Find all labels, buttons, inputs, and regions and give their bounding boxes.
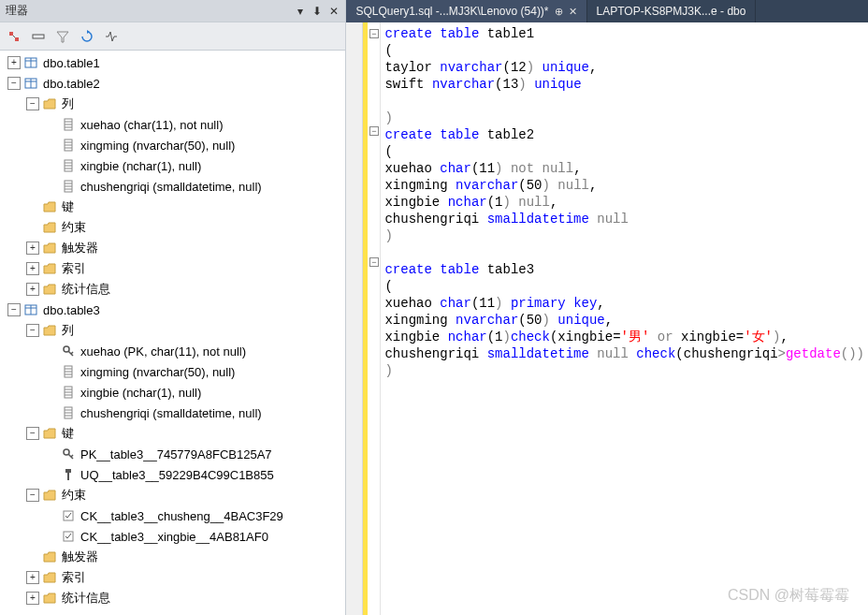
code-line[interactable]: xingbie nchar(1) null, [384,194,864,211]
tree-item[interactable]: xuehao (PK, char(11), not null) [0,341,345,361]
tree-item-label: UQ__table3__59229B4C99C1B855 [80,468,274,482]
tree-item-label: 约束 [62,219,86,236]
expander-icon[interactable]: + [26,262,39,275]
tree-item[interactable]: xingbie (nchar(1), null) [0,155,345,176]
tree-item[interactable]: −dbo.table2 [0,73,345,94]
tree-item-label: xingming (nvarchar(50), null) [80,365,235,379]
editor-panel: SQLQuery1.sql -...MJ3K\Lenovo (54))*⊕✕LA… [346,0,868,615]
fold-icon[interactable]: − [369,29,379,38]
expander-icon[interactable]: − [7,303,21,316]
tree-item[interactable]: UQ__table3__59229B4C99C1B855 [0,464,345,485]
filter-icon[interactable] [54,28,71,45]
column-icon [62,386,77,399]
expander-icon[interactable]: + [26,242,39,255]
pin-icon[interactable]: ⬇ [310,5,325,18]
tree-item[interactable]: +索引 [0,567,345,588]
close-icon[interactable]: ✕ [326,5,341,18]
expander-icon[interactable]: + [7,56,21,69]
table-icon [24,77,39,90]
tree-item-label: dbo.table3 [43,303,100,317]
expander-icon[interactable]: − [26,324,39,337]
tree-item[interactable]: xingbie (nchar(1), null) [0,382,345,403]
code-line[interactable]: xingming nvarchar(50) unique, [384,312,864,329]
tree-item-label: xuehao (char(11), not null) [80,118,223,132]
code-line[interactable]: ( [384,278,864,295]
tree-item[interactable]: 约束 [0,217,345,238]
tree-item[interactable]: −列 [0,320,345,341]
activity-icon[interactable] [103,28,120,45]
dropdown-icon[interactable]: ▾ [293,5,308,18]
tree-item[interactable]: chushengriqi (smalldatetime, null) [0,176,345,197]
fold-icon[interactable]: − [369,126,379,136]
expander-icon[interactable]: − [7,77,21,90]
code-line[interactable]: chushengriqi smalldatetime null [384,211,864,227]
tree-item[interactable]: xingming (nvarchar(50), null) [0,135,345,155]
expander-icon[interactable]: + [26,571,39,584]
tree-item[interactable]: PK__table3__745779A8FCB125A7 [0,444,345,464]
column-icon [62,139,77,152]
tree-item[interactable]: +索引 [0,258,345,279]
expander-icon[interactable]: − [26,427,39,440]
code-line[interactable]: swift nvarchar(13) unique [384,76,864,93]
code-editor[interactable]: −−− create table table1(taylor nvarchar(… [346,22,868,615]
tree-item[interactable]: chushengriqi (smalldatetime, null) [0,403,345,423]
expander-icon[interactable]: + [26,592,39,605]
code-line[interactable] [384,93,864,110]
code-line[interactable]: xuehao char(11) not null, [384,160,864,177]
tree-item[interactable]: −列 [0,94,345,114]
tree-item[interactable]: +统计信息 [0,279,345,300]
code-line[interactable] [384,244,864,261]
folder-icon [43,550,58,564]
fold-icon[interactable]: − [369,257,379,267]
key-icon [62,447,77,461]
folder-icon [43,592,58,605]
code-line[interactable]: xingbie nchar(1)check(xingbie='男' or xin… [384,329,864,345]
key-icon [62,344,77,358]
tree-item[interactable]: −键 [0,423,345,444]
tree-item-label: CK__table3__xingbie__4AB81AF0 [80,530,268,544]
code-line[interactable]: create table table3 [384,261,864,278]
tree-item[interactable]: +dbo.table1 [0,52,345,73]
code-line[interactable]: ) [384,362,864,379]
expander-icon[interactable]: − [26,97,39,110]
tree-item[interactable]: CK__table3__xingbie__4AB81AF0 [0,526,345,547]
tree-item-label: 列 [62,95,74,112]
connect-icon[interactable] [6,28,22,45]
tree-item-label: PK__table3__745779A8FCB125A7 [80,447,272,461]
check-icon [62,509,77,522]
code-line[interactable]: xingming nvarchar(50) null, [384,177,864,194]
code-line[interactable]: ( [384,42,864,59]
column-icon [62,365,77,378]
disconnect-icon[interactable] [30,28,47,45]
close-icon[interactable]: ✕ [569,6,577,18]
code-line[interactable]: chushengriqi smalldatetime null check(ch… [384,345,864,362]
code-area[interactable]: create table table1(taylor nvarchar(12) … [381,22,868,615]
expander-icon[interactable]: − [26,489,39,502]
code-line[interactable]: ) [384,110,864,126]
tree-item-label: xuehao (PK, char(11), not null) [80,344,246,359]
tree-item[interactable]: xuehao (char(11), not null) [0,114,345,135]
uq-icon [62,468,77,481]
code-line[interactable]: taylor nvarchar(12) unique, [384,59,864,76]
explorer-toolbar [0,22,345,51]
tree-item[interactable]: +统计信息 [0,588,345,608]
code-line[interactable]: ) [384,227,864,244]
code-line[interactable]: ( [384,143,864,160]
object-tree[interactable]: +dbo.table1−dbo.table2−列xuehao (char(11)… [0,51,345,615]
editor-tab[interactable]: LAPTOP-KS8PMJ3K...e - dbo [587,0,757,22]
code-line[interactable]: xuehao char(11) primary key, [384,295,864,312]
refresh-icon[interactable] [79,28,95,45]
editor-tab[interactable]: SQLQuery1.sql -...MJ3K\Lenovo (54))*⊕✕ [346,0,586,22]
tree-item[interactable]: 键 [0,197,345,217]
tree-item[interactable]: xingming (nvarchar(50), null) [0,361,345,382]
pin-icon[interactable]: ⊕ [555,6,563,18]
code-line[interactable]: create table table2 [384,126,864,143]
tree-item[interactable]: +触发器 [0,238,345,258]
tree-item[interactable]: CK__table3__chusheng__4BAC3F29 [0,505,345,526]
folder-icon [43,489,58,502]
tree-item[interactable]: 触发器 [0,547,345,567]
code-line[interactable]: create table table1 [384,25,864,42]
expander-icon[interactable]: + [26,283,39,296]
tree-item[interactable]: −dbo.table3 [0,300,345,320]
tree-item[interactable]: −约束 [0,485,345,505]
